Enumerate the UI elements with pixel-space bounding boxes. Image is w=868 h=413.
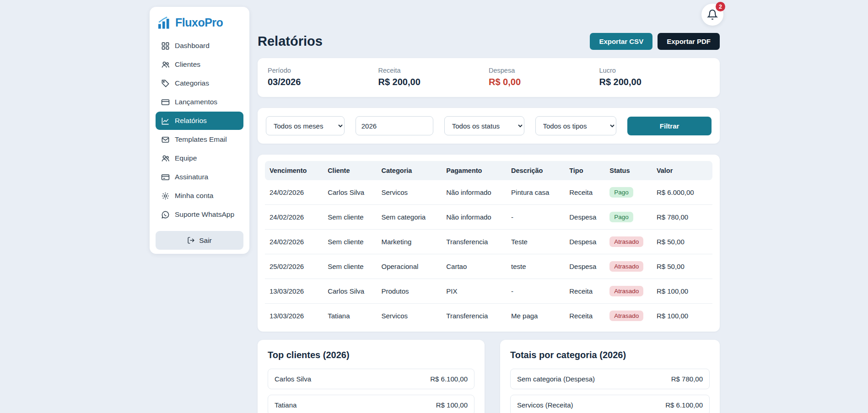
sidebar-item-label: Dashboard — [175, 42, 210, 50]
year-input[interactable] — [356, 116, 433, 135]
sidebar-item-lancamentos[interactable]: Lançamentos — [156, 93, 243, 111]
summary-value: R$ 200,00 — [599, 77, 710, 87]
sidebar-item-suporte-whatsapp[interactable]: Suporte WhatsApp — [156, 205, 243, 224]
category-totals-card: Totais por categoria (2026) Sem categori… — [500, 340, 720, 413]
table-cell: Receita — [565, 279, 605, 304]
table-cell: - — [507, 279, 565, 304]
status-badge: Atrasado — [609, 236, 643, 247]
list-item: Servicos (Receita) R$ 6.100,00 — [510, 395, 710, 413]
sidebar-item-label: Lançamentos — [175, 98, 217, 106]
mail-icon — [161, 135, 170, 144]
sidebar-item-assinatura[interactable]: Assinatura — [156, 168, 243, 186]
sidebar-item-templates-email[interactable]: Templates Email — [156, 130, 243, 149]
table-cell: Sem cliente — [323, 230, 377, 254]
category-value: R$ 6.100,00 — [665, 401, 703, 409]
card-icon — [161, 98, 170, 107]
table-cell: R$ 6.000,00 — [652, 180, 712, 205]
table-cell: Servicos — [377, 304, 442, 328]
logout-button[interactable]: Sair — [156, 231, 243, 250]
brand-logo-icon — [157, 16, 172, 29]
table-cell: Marketing — [377, 230, 442, 254]
table-row: 13/03/2026 Tatiana Servicos Transferenci… — [265, 304, 712, 328]
table-row: 24/02/2026 Sem cliente Sem categoria Não… — [265, 205, 712, 230]
table-cell: Pago — [605, 205, 652, 230]
table-cell: 13/03/2026 — [265, 279, 323, 304]
table-cell: Servicos — [377, 180, 442, 205]
top-clients-card: Top clientes (2026) Carlos Silva R$ 6.10… — [258, 340, 485, 413]
filter-bar: Todos os meses Todos os status Todos os … — [258, 108, 720, 144]
list-item: Carlos Silva R$ 6.100,00 — [268, 369, 474, 389]
tag-icon — [161, 79, 170, 88]
sidebar-item-clientes[interactable]: Clientes — [156, 55, 243, 74]
status-badge: Atrasado — [609, 261, 643, 272]
sidebar-item-label: Equipe — [175, 154, 197, 162]
summary-label: Despesa — [489, 67, 599, 74]
table-cell: 24/02/2026 — [265, 205, 323, 230]
table-cell: Carlos Silva — [323, 180, 377, 205]
sidebar-item-relatorios[interactable]: Relatórios — [156, 112, 243, 130]
whatsapp-icon — [161, 210, 170, 219]
status-badge: Atrasado — [609, 311, 643, 321]
client-value: R$ 100,00 — [436, 401, 468, 409]
brand-logo: FluxoPro — [156, 15, 243, 37]
summary-label: Receita — [378, 67, 489, 74]
column-header: Cliente — [323, 161, 377, 180]
users-icon — [161, 154, 170, 163]
export-buttons: Exportar CSV Exportar PDF — [590, 33, 720, 50]
main-content: Relatórios Exportar CSV Exportar PDF Per… — [258, 0, 720, 413]
sidebar-nav: Dashboard Clientes Categorias Lançamento… — [156, 37, 243, 224]
card-icon — [161, 173, 170, 182]
sidebar-item-label: Relatórios — [175, 117, 207, 125]
table-cell: 13/03/2026 — [265, 304, 323, 328]
table-cell: Não informado — [442, 205, 507, 230]
column-header: Status — [605, 161, 652, 180]
table-cell: teste — [507, 254, 565, 279]
transactions-table-card: Vencimento Cliente Categoria Pagamento D… — [258, 155, 720, 332]
table-cell: Atrasado — [605, 304, 652, 328]
table-cell: Despesa — [565, 254, 605, 279]
table-header-row: Vencimento Cliente Categoria Pagamento D… — [265, 161, 712, 180]
top-clients-title: Top clientes (2026) — [268, 350, 474, 360]
summary-label: Período — [268, 67, 378, 74]
summary-receita: Receita R$ 200,00 — [378, 67, 489, 87]
month-select[interactable]: Todos os meses — [266, 116, 345, 135]
sidebar-item-dashboard[interactable]: Dashboard — [156, 37, 243, 55]
sidebar-item-label: Suporte WhatsApp — [175, 210, 234, 219]
page-header: Relatórios Exportar CSV Exportar PDF — [258, 33, 720, 50]
column-header: Descrição — [507, 161, 565, 180]
client-name: Carlos Silva — [275, 375, 311, 383]
table-cell: PIX — [442, 279, 507, 304]
table-cell: Despesa — [565, 230, 605, 254]
table-cell: Teste — [507, 230, 565, 254]
table-cell: Sem cliente — [323, 205, 377, 230]
table-cell: Pago — [605, 180, 652, 205]
status-select[interactable]: Todos os status — [444, 116, 524, 135]
client-name: Tatiana — [275, 401, 297, 409]
table-cell: Me paga — [507, 304, 565, 328]
bottom-panels: Top clientes (2026) Carlos Silva R$ 6.10… — [258, 340, 720, 413]
table-cell: Pintura casa — [507, 180, 565, 205]
column-header: Categoria — [377, 161, 442, 180]
chart-icon — [161, 117, 170, 125]
table-cell: Tatiana — [323, 304, 377, 328]
table-cell: 24/02/2026 — [265, 230, 323, 254]
sidebar-item-label: Minha conta — [175, 192, 213, 200]
sidebar-item-minha-conta[interactable]: Minha conta — [156, 187, 243, 205]
table-cell: Despesa — [565, 205, 605, 230]
filter-button[interactable]: Filtrar — [627, 117, 712, 135]
table-cell: Receita — [565, 304, 605, 328]
sidebar-item-categorias[interactable]: Categorias — [156, 74, 243, 92]
category-name: Sem categoria (Despesa) — [517, 375, 595, 383]
status-badge: Pago — [609, 212, 633, 222]
table-cell: Transferencia — [442, 230, 507, 254]
export-csv-button[interactable]: Exportar CSV — [590, 33, 652, 50]
summary-lucro: Lucro R$ 200,00 — [599, 67, 710, 87]
category-totals-title: Totais por categoria (2026) — [510, 350, 710, 360]
export-pdf-button[interactable]: Exportar PDF — [658, 33, 720, 50]
summary-card: Período 03/2026 Receita R$ 200,00 Despes… — [258, 58, 720, 97]
sidebar-item-equipe[interactable]: Equipe — [156, 149, 243, 167]
table-cell: Sem cliente — [323, 254, 377, 279]
type-select[interactable]: Todos os tipos — [535, 116, 617, 135]
table-row: 24/02/2026 Sem cliente Marketing Transfe… — [265, 230, 712, 254]
category-name: Servicos (Receita) — [517, 401, 573, 409]
